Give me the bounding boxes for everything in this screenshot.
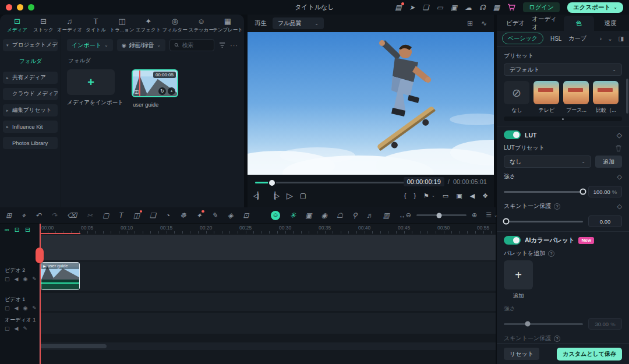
color-preset-thumbnail[interactable]: ブース... bbox=[563, 81, 589, 114]
inspector-tab[interactable]: オーディオ bbox=[532, 16, 562, 31]
play-button[interactable]: ▷ bbox=[287, 191, 292, 200]
mute-track-icon[interactable]: ◀ bbox=[15, 276, 19, 282]
media-tab[interactable]: ▦ テンプレート bbox=[215, 17, 241, 34]
media-tab[interactable]: ☺ ステッカー bbox=[189, 17, 214, 34]
video2-lane[interactable] bbox=[40, 261, 496, 291]
safe-area-icon[interactable]: ☖ bbox=[337, 212, 343, 219]
fit-timeline-icon[interactable]: ↔ bbox=[399, 212, 406, 219]
timeline-clip-user-guide[interactable]: ▶user guide bbox=[41, 262, 80, 290]
media-tab[interactable]: ⊡ メディア bbox=[5, 17, 30, 34]
cloud-backup-icon[interactable]: ☁ bbox=[465, 4, 472, 11]
compare-view-icon[interactable]: ◨ bbox=[619, 36, 624, 42]
delete-icon[interactable]: ⌫ bbox=[67, 212, 77, 219]
keyframe-icon[interactable]: ◈ bbox=[228, 212, 233, 219]
video-scopes-icon[interactable]: ∿ bbox=[481, 19, 487, 27]
color-preset-thumbnail[interactable]: ⊘ なし bbox=[504, 81, 530, 114]
lock-track-icon[interactable]: ▢ bbox=[5, 326, 10, 331]
more-options-icon[interactable]: ··· bbox=[230, 42, 238, 49]
draft-file-icon[interactable]: ❏ bbox=[423, 4, 429, 11]
auto-ripple-icon[interactable]: ▥ bbox=[383, 212, 390, 219]
track-effects-icon[interactable]: ✎ bbox=[23, 326, 27, 331]
delete-lut-icon[interactable] bbox=[615, 144, 622, 152]
import-dropdown[interactable]: インポート ⌄ bbox=[67, 39, 113, 51]
snapshot-icon[interactable]: ▣ bbox=[456, 192, 462, 200]
mark-in-button[interactable]: { bbox=[404, 192, 407, 199]
inspector-tab[interactable]: 色 bbox=[564, 16, 594, 31]
ai-palette-toggle[interactable] bbox=[504, 236, 521, 245]
sidebar-item[interactable]: ▾ プロジェクトメデ... bbox=[3, 39, 58, 51]
redo-icon[interactable]: ↷ bbox=[51, 212, 57, 219]
timeline-zoom-slider[interactable] bbox=[416, 214, 467, 216]
volume-icon[interactable]: ◀ bbox=[470, 192, 475, 200]
color-preset-thumbnail[interactable]: 比較（... bbox=[593, 81, 619, 114]
lut-strength-slider[interactable] bbox=[504, 191, 583, 193]
playback-quality-dropdown[interactable]: フル品質 ⌄ bbox=[273, 17, 324, 29]
sidebar-item[interactable]: フォルダ bbox=[3, 55, 58, 68]
reset-button[interactable]: リセット bbox=[504, 348, 539, 360]
zoom-out-icon[interactable]: ⊖ bbox=[406, 211, 411, 219]
color-subtab[interactable]: ベーシック bbox=[502, 33, 543, 44]
preset-category-dropdown[interactable]: デフォルト ⌄ bbox=[504, 63, 622, 76]
lut-preset-dropdown[interactable]: なし ⌄ bbox=[504, 156, 591, 168]
shortcuts-grid-icon[interactable]: ▦ bbox=[493, 4, 500, 11]
keyframe-diamond-icon[interactable]: ◇ bbox=[617, 173, 622, 181]
minimize-window-button[interactable] bbox=[17, 4, 23, 10]
zoom-window-button[interactable] bbox=[28, 4, 34, 10]
playhead-grip[interactable] bbox=[36, 248, 44, 263]
marker-flag-icon[interactable]: ⚑ bbox=[423, 192, 429, 200]
sidebar-item[interactable]: ▸ 共有メディア bbox=[3, 72, 58, 84]
save-as-custom-button[interactable]: カスタムとして保存 bbox=[557, 348, 622, 361]
media-clip-thumbnail[interactable]: 00:00:05 ◫ ↻ + bbox=[132, 69, 178, 97]
record-dropdown[interactable]: ◉ 録画/録音 ⌄ bbox=[117, 39, 165, 51]
inspector-scrollbar[interactable] bbox=[626, 79, 628, 114]
text-tool-icon[interactable]: T bbox=[119, 212, 123, 219]
save-icon[interactable]: ▣ bbox=[451, 4, 457, 11]
search-box[interactable] bbox=[169, 39, 214, 51]
playhead-line[interactable] bbox=[40, 224, 41, 364]
track-effects-icon[interactable]: ✎ bbox=[32, 305, 37, 311]
help-icon[interactable]: ? bbox=[554, 335, 560, 342]
preset-pagination[interactable] bbox=[504, 116, 622, 121]
lock-track-icon[interactable]: ▢ bbox=[5, 305, 10, 311]
media-clip-card[interactable]: 00:00:05 ◫ ↻ + user guide bbox=[132, 69, 178, 108]
track-effects-icon[interactable]: ✎ bbox=[32, 276, 37, 282]
ai-assistant-icon[interactable]: ☺ bbox=[271, 211, 280, 220]
pip-icon[interactable]: ◫ bbox=[133, 212, 140, 219]
palette-strength-value[interactable]: 30.00% bbox=[588, 318, 622, 330]
chevron-down-icon[interactable]: ⌄ bbox=[607, 36, 612, 42]
help-icon[interactable]: ? bbox=[548, 250, 554, 257]
snapshot-camera-icon[interactable]: ▣ bbox=[305, 212, 312, 219]
subtab-more-icon[interactable]: › bbox=[600, 36, 602, 42]
media-tab[interactable]: T タイトル bbox=[83, 17, 108, 34]
fullscreen-icon[interactable]: ❖ bbox=[482, 192, 488, 200]
mute-track-icon[interactable]: ◀ bbox=[15, 326, 19, 331]
media-tools-icon[interactable]: ⊞ bbox=[6, 212, 12, 219]
login-button[interactable]: ログイン bbox=[523, 2, 560, 12]
keyframe-diamond-icon[interactable]: ◇ bbox=[617, 203, 622, 210]
toggle-visibility-icon[interactable]: ◉ bbox=[23, 276, 27, 282]
voiceover-mic-icon[interactable]: ⚲ bbox=[352, 212, 358, 219]
progress-knob[interactable] bbox=[269, 180, 275, 186]
add-lut-button[interactable]: 追加 bbox=[595, 156, 622, 168]
lut-strength-value[interactable]: 100.00% bbox=[588, 186, 622, 197]
current-timecode[interactable]: 00:00:00:19 bbox=[404, 177, 444, 186]
media-tab[interactable]: ✦ エフェクト bbox=[136, 17, 161, 34]
audio-mixer-icon[interactable]: ♬ bbox=[367, 212, 374, 219]
support-headset-icon[interactable]: ☊ bbox=[479, 4, 486, 11]
cart-icon[interactable] bbox=[507, 3, 515, 11]
split-scissors-icon[interactable]: ✂ bbox=[87, 212, 93, 219]
lock-track-icon[interactable]: ▢ bbox=[5, 276, 10, 282]
preview-layout-icon[interactable]: ⊞ bbox=[467, 19, 473, 27]
track-manage-icon[interactable]: ⊟ bbox=[25, 226, 30, 234]
keyframe-diamond-icon[interactable]: ◇ bbox=[617, 131, 622, 139]
render-preview-icon[interactable]: ⊡ bbox=[243, 212, 249, 219]
lut-skin-value[interactable]: 0.00 bbox=[588, 215, 622, 227]
audio1-lane[interactable] bbox=[40, 313, 496, 334]
lut-toggle[interactable] bbox=[504, 130, 521, 139]
help-icon[interactable]: ? bbox=[554, 203, 560, 210]
undo-icon[interactable]: ↶ bbox=[36, 212, 41, 219]
link-clips-icon[interactable]: ∞ bbox=[5, 226, 9, 234]
select-tool-icon[interactable]: ⌖ bbox=[22, 212, 26, 219]
add-to-timeline-icon[interactable]: + bbox=[168, 87, 175, 95]
inspector-tab[interactable]: 速度 bbox=[595, 16, 626, 31]
